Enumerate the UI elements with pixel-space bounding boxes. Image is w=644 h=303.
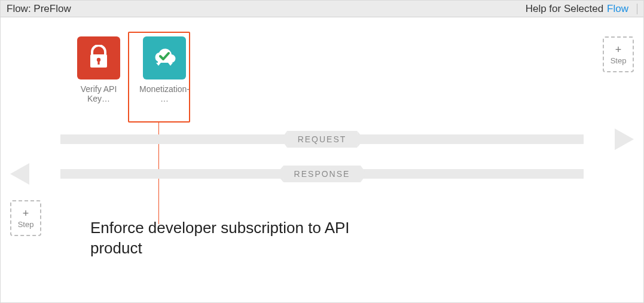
arrow-left-icon — [10, 163, 29, 185]
policy-label: Monetization-… — [138, 84, 191, 103]
plus-icon: + — [23, 208, 29, 219]
lane-label: REQUEST — [287, 131, 358, 148]
help-container: Help for Selected Flow — [526, 3, 637, 15]
add-step-label: Step — [18, 220, 34, 229]
annotation-text: Enforce developer subscription to API pr… — [90, 218, 365, 259]
policy-tile — [77, 36, 120, 79]
response-lane: RESPONSE — [9, 167, 635, 181]
lock-icon — [88, 45, 109, 71]
add-step-response[interactable]: + Step — [10, 200, 41, 236]
arrow-right-icon — [615, 128, 634, 150]
lane-label-wrap: REQUEST — [287, 131, 358, 148]
lane-label: RESPONSE — [283, 166, 361, 182]
header-divider — [637, 4, 637, 14]
help-label: Help for Selected — [526, 3, 603, 15]
cloud-check-icon — [149, 45, 179, 71]
help-link[interactable]: Flow — [607, 3, 628, 15]
svg-rect-2 — [97, 60, 99, 65]
policy-tile — [143, 36, 186, 79]
plus-icon: + — [615, 44, 622, 55]
policy-label: Verify API Key… — [72, 84, 125, 103]
add-step-request[interactable]: + Step — [603, 36, 634, 72]
lane-label-wrap: RESPONSE — [283, 166, 361, 182]
request-lane: REQUEST — [9, 132, 635, 146]
policy-row: Verify API Key… Monetization-… — [72, 36, 191, 103]
policy-monetization[interactable]: Monetization-… — [138, 36, 191, 103]
add-step-label: Step — [611, 56, 627, 65]
flow-canvas: Verify API Key… Monetization-… + Step — [1, 17, 643, 302]
flow-title: Flow: PreFlow — [7, 3, 71, 15]
editor-header: Flow: PreFlow Help for Selected Flow — [1, 1, 643, 17]
policy-verify-api-key[interactable]: Verify API Key… — [72, 36, 125, 103]
